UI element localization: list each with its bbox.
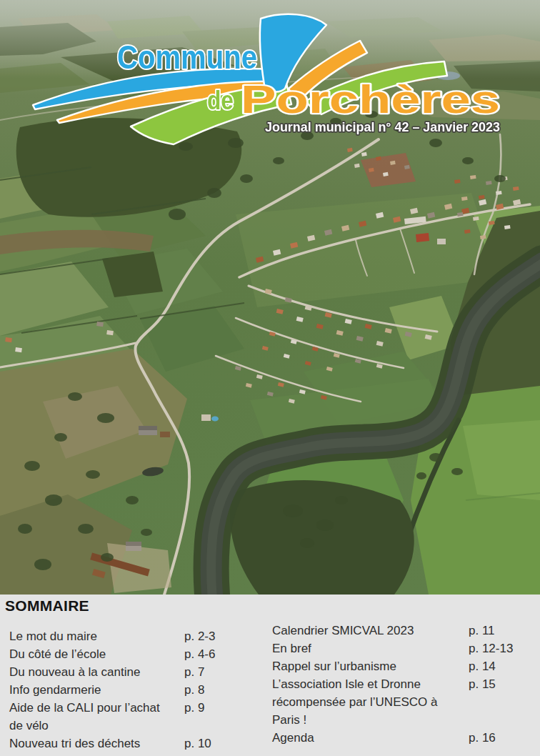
toc-item-label: Du nouveau à la cantine xyxy=(9,663,184,681)
aerial-photo: Commune de Porchères Journal municipal n… xyxy=(0,0,540,595)
toc-column-left: Le mot du maire p. 2-3 Du côté de l’écol… xyxy=(9,627,259,752)
toc-item: Info gendarmerie p. 8 xyxy=(9,681,259,699)
toc-item-label: Nouveau tri des déchets xyxy=(9,735,184,752)
toc-item: Agenda p. 16 xyxy=(272,729,538,747)
riverside-wood xyxy=(230,480,414,595)
toc-item-label: En bref xyxy=(272,640,469,657)
toc-item: Le mot du maire p. 2-3 xyxy=(9,627,259,645)
toc-item-label: L’association Isle et Dronne récompensée… xyxy=(272,675,469,729)
toc-item-label: Aide de la CALI pour l’achat de vélo xyxy=(9,699,184,735)
swimming-pool xyxy=(211,417,219,422)
newsletter-cover-page: Commune de Porchères Journal municipal n… xyxy=(0,0,540,756)
toc-item: Du nouveau à la cantine p. 7 xyxy=(9,663,259,681)
toc-item-label: Du côté de l’école xyxy=(9,645,184,663)
toc-item-page: p. 4-6 xyxy=(184,645,259,663)
logo-word-commune: Commune xyxy=(117,39,257,76)
toc-item-label: Agenda xyxy=(272,729,469,747)
toc-item: Calendrier SMICVAL 2023 p. 11 xyxy=(272,622,538,640)
toc-item-label: Rappel sur l’urbanisme xyxy=(272,657,469,675)
toc-item-page: p. 10 xyxy=(184,735,259,752)
toc-item-page: p. 11 xyxy=(469,622,538,640)
logo-word-porcheres: Porchères xyxy=(241,77,500,121)
toc-item-page: p. 16 xyxy=(469,729,538,747)
journal-subtitle: Journal municipal n° 42 – Janvier 2023 xyxy=(265,120,500,134)
toc-item-page: p. 2-3 xyxy=(184,627,259,645)
logo-word-de: de xyxy=(207,86,234,115)
commune-logo: Commune de Porchères Journal municipal n… xyxy=(0,0,540,171)
toc-item: Aide de la CALI pour l’achat de vélo p. … xyxy=(9,699,259,735)
toc-item-label: Calendrier SMICVAL 2023 xyxy=(272,622,469,640)
sommaire-section: SOMMAIRE Le mot du maire p. 2-3 Du côté … xyxy=(0,595,540,756)
toc-item: L’association Isle et Dronne récompensée… xyxy=(272,675,538,729)
toc-item-label: Info gendarmerie xyxy=(9,681,184,699)
toc-item-page: p. 9 xyxy=(184,699,259,735)
toc-item-label: Le mot du maire xyxy=(9,627,184,645)
toc-item-page: p. 7 xyxy=(184,663,259,681)
toc-item: Nouveau tri des déchets p. 10 xyxy=(9,735,259,752)
toc-column-right: Calendrier SMICVAL 2023 p. 11 En bref p.… xyxy=(272,622,538,747)
toc-item-page: p. 15 xyxy=(469,675,538,729)
toc-item: Rappel sur l’urbanisme p. 14 xyxy=(272,657,538,675)
sommaire-title: SOMMAIRE xyxy=(5,597,89,615)
toc-item-page: p. 14 xyxy=(469,657,538,675)
toc-item: Du côté de l’école p. 4-6 xyxy=(9,645,259,663)
toc-item: En bref p. 12-13 xyxy=(272,640,538,657)
toc-item-page: p. 12-13 xyxy=(469,640,538,657)
toc-item-page: p. 8 xyxy=(184,681,259,699)
